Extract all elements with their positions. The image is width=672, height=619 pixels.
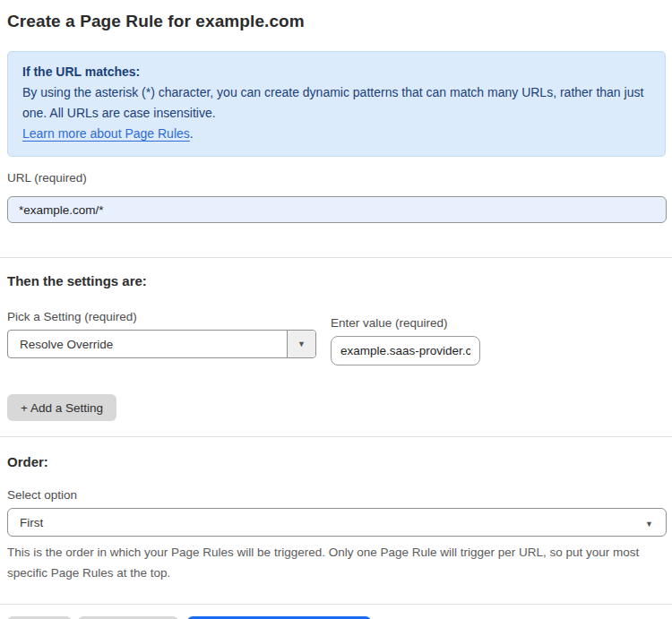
enter-value-label: Enter value (required) (331, 316, 480, 330)
footer-divider (0, 604, 672, 605)
url-field-label: URL (required) (7, 171, 666, 185)
url-match-info-box: If the URL matches: By using the asteris… (7, 51, 666, 157)
learn-more-link[interactable]: Learn more about Page Rules (22, 126, 190, 141)
order-selected-value: First (8, 516, 645, 529)
pick-setting-column: Pick a Setting (required) Resolve Overri… (7, 310, 316, 358)
add-setting-button[interactable]: + Add a Setting (7, 394, 116, 421)
section-divider (0, 436, 672, 437)
url-input[interactable] (7, 196, 667, 223)
section-divider (0, 257, 672, 258)
info-box-link-row: Learn more about Page Rules. (22, 124, 650, 144)
info-box-heading: If the URL matches: (22, 62, 650, 82)
pick-setting-select[interactable]: Resolve Override ▼ (7, 330, 316, 358)
dropdown-arrow-button[interactable]: ▼ (287, 331, 315, 357)
settings-section-heading: Then the settings are: (7, 273, 666, 288)
chevron-down-icon: ▼ (297, 340, 306, 348)
chevron-down-icon: ▼ (645, 514, 666, 530)
order-select-label: Select option (7, 488, 666, 502)
pick-setting-label: Pick a Setting (required) (7, 310, 316, 323)
info-box-body: By using the asterisk (*) character, you… (22, 82, 650, 124)
order-select[interactable]: First ▼ (7, 508, 667, 537)
order-help-text: This is the order in which your Page Rul… (7, 542, 652, 583)
pick-setting-selected-value: Resolve Override (8, 338, 287, 351)
order-section-heading: Order: (7, 454, 666, 469)
page-title: Create a Page Rule for example.com (7, 12, 666, 31)
link-suffix: . (190, 126, 194, 141)
enter-value-column: Enter value (required) (331, 316, 480, 365)
settings-row: Pick a Setting (required) Resolve Overri… (7, 310, 666, 365)
setting-value-input[interactable] (331, 336, 480, 365)
